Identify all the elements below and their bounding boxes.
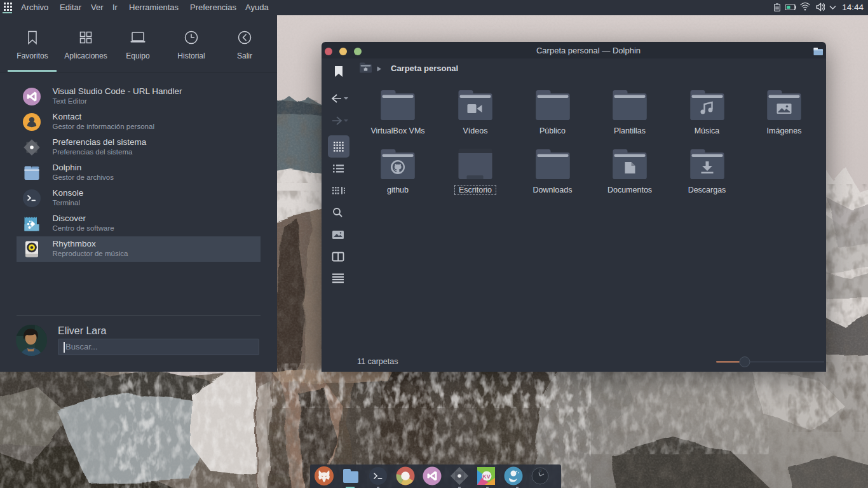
- svg-text:12: 12: [539, 469, 542, 472]
- svg-text:KV: KV: [482, 473, 491, 480]
